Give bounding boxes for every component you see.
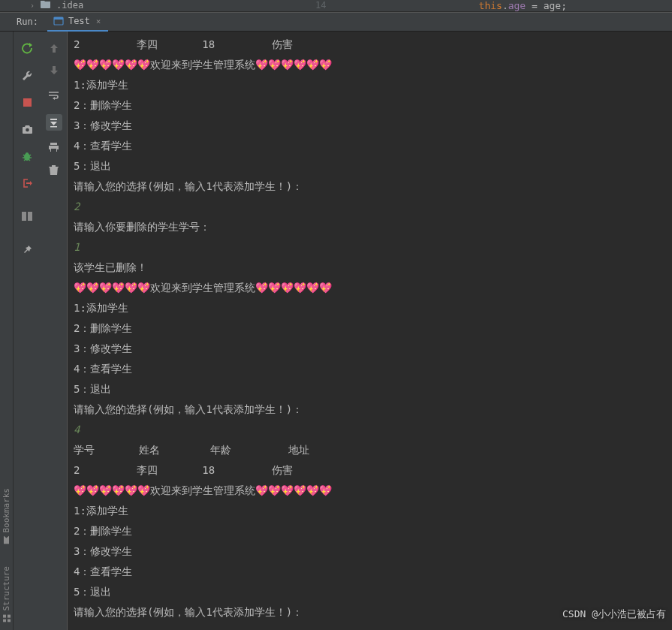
console-line: 4：查看学生 <box>74 562 672 582</box>
arrow-up-icon[interactable] <box>48 42 60 54</box>
pin-icon[interactable] <box>21 243 33 255</box>
close-icon[interactable]: × <box>95 17 103 26</box>
svg-point-6 <box>26 128 29 131</box>
run-label: Run: <box>17 17 38 27</box>
svg-rect-5 <box>3 615 6 618</box>
run-actions-gutter <box>14 32 41 630</box>
console-line: 2：删除学生 <box>74 521 672 541</box>
console-line: 1 <box>74 237 672 258</box>
svg-rect-10 <box>28 212 32 221</box>
console-line: 4 <box>74 420 672 440</box>
run-tab-label: Test <box>68 16 90 26</box>
console-line: 3：修改学生 <box>74 339 672 359</box>
console-line: 2 李四 18 伤害 <box>74 460 672 481</box>
run-tab[interactable]: Test × <box>47 12 109 32</box>
run-toolbar: Run: Test × <box>0 12 672 32</box>
console-line: 2 <box>74 197 672 217</box>
console-line: 4：查看学生 <box>74 136 672 156</box>
chevron-right-icon: › <box>30 2 35 10</box>
console-line: 💖💖💖💖💖💖欢迎来到学生管理系统💖💖💖💖💖💖 <box>74 55 672 75</box>
console-line: 3：修改学生 <box>74 541 672 562</box>
editor-fragment: this.age = age; <box>479 0 567 11</box>
trash-icon[interactable] <box>48 164 60 176</box>
structure-tab[interactable]: Structure <box>2 566 11 622</box>
camera-icon[interactable] <box>21 123 33 135</box>
console-line: 4：查看学生 <box>74 359 672 379</box>
console-line: 5：退出 <box>74 379 672 399</box>
svg-rect-2 <box>8 619 11 622</box>
svg-point-8 <box>26 152 29 155</box>
arrow-down-icon[interactable] <box>48 65 60 77</box>
application-icon <box>53 16 64 26</box>
print-icon[interactable] <box>48 141 60 153</box>
console-output[interactable]: 2 李四 18 伤害💖💖💖💖💖💖欢迎来到学生管理系统💖💖💖💖💖💖1:添加学生2：… <box>68 32 672 630</box>
breadcrumb-label: .idea <box>56 0 83 11</box>
svg-rect-3 <box>3 619 6 622</box>
folder-icon <box>41 0 50 11</box>
console-line: 1:添加学生 <box>74 501 672 521</box>
console-line: 1:添加学生 <box>74 75 672 95</box>
console-line: 5：退出 <box>74 156 672 176</box>
console-line: 💖💖💖💖💖💖欢迎来到学生管理系统💖💖💖💖💖💖 <box>74 481 672 501</box>
svg-rect-1 <box>54 17 63 20</box>
svg-rect-11 <box>51 149 56 152</box>
console-line: 5：退出 <box>74 582 672 602</box>
rerun-icon[interactable] <box>21 42 33 54</box>
svg-rect-9 <box>22 212 26 221</box>
console-actions-gutter <box>41 32 68 630</box>
tool-window-stripe: Bookmarks Structure <box>0 32 14 630</box>
console-line: 1:添加学生 <box>74 298 672 318</box>
console-line: 2：删除学生 <box>74 318 672 339</box>
breadcrumb[interactable]: › .idea <box>30 0 83 11</box>
layout-icon[interactable] <box>21 210 33 222</box>
bookmarks-tab[interactable]: Bookmarks <box>2 488 11 544</box>
structure-label: Structure <box>2 566 11 611</box>
soft-wrap-icon[interactable] <box>46 87 62 104</box>
breadcrumb-bar: › .idea 14 this.age = age; <box>0 0 672 12</box>
console-line: 请输入您的选择(例如，输入1代表添加学生！)： <box>74 176 672 197</box>
scroll-to-end-icon[interactable] <box>46 114 62 131</box>
stop-icon[interactable] <box>21 96 33 108</box>
console-line: 2：删除学生 <box>74 95 672 116</box>
console-line: 该学生已删除！ <box>74 258 672 278</box>
console-line: 3：修改学生 <box>74 116 672 136</box>
console-line: 请输入你要删除的学生学号： <box>74 217 672 237</box>
console-line: 💖💖💖💖💖💖欢迎来到学生管理系统💖💖💖💖💖💖 <box>74 278 672 298</box>
wrench-icon[interactable] <box>21 69 33 81</box>
watermark: CSDN @小小浩已被占有 <box>562 607 666 621</box>
editor-line-number: 14 <box>315 0 326 11</box>
console-line: 请输入您的选择(例如，输入1代表添加学生！)： <box>74 399 672 420</box>
console-line: 学号 姓名 年龄 地址 <box>74 440 672 460</box>
console-line: 2 李四 18 伤害 <box>74 35 672 55</box>
bookmarks-label: Bookmarks <box>2 488 11 533</box>
exit-icon[interactable] <box>21 177 33 189</box>
svg-rect-4 <box>8 615 11 618</box>
bug-icon[interactable] <box>21 150 33 162</box>
